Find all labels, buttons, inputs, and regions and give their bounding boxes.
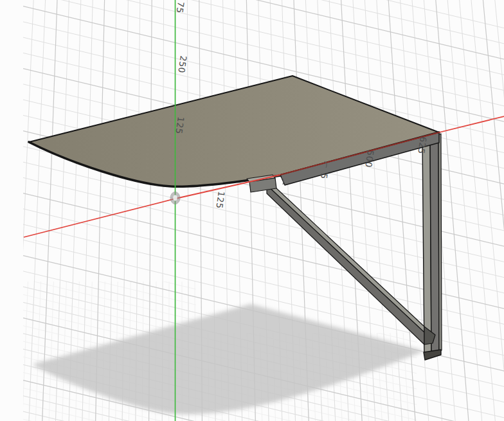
origin-marker[interactable] <box>170 192 180 204</box>
cad-viewport[interactable]: 75 250 125 125 5 500 625 <box>0 0 504 421</box>
leg-post-side-face[interactable] <box>438 134 442 352</box>
leg-post-front-face[interactable] <box>430 135 439 353</box>
grid-label-y-375: 75 <box>174 1 186 14</box>
